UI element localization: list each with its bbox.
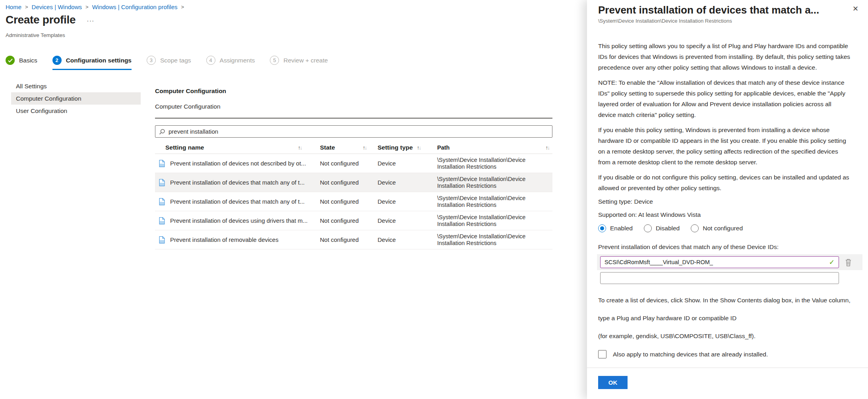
radio-label: Disabled — [656, 225, 680, 232]
breadcrumb-devices-windows-link[interactable]: Devices | Windows — [32, 4, 82, 10]
breadcrumb: Home > Devices | Windows > Windows | Con… — [6, 4, 184, 10]
column-label: Setting name — [165, 144, 204, 151]
step-complete-icon — [6, 56, 15, 65]
column-label: Path — [437, 144, 450, 151]
table-row-selected[interactable]: Prevent installation of devices that mat… — [155, 173, 552, 192]
radio-enabled[interactable]: Enabled — [598, 224, 633, 232]
step-scope-tags[interactable]: 3 Scope tags — [147, 56, 191, 70]
device-id-input-empty[interactable] — [604, 275, 835, 281]
radio-not-configured[interactable]: Not configured — [691, 224, 743, 232]
step-label: Configuration settings — [66, 57, 132, 64]
step-label: Assignments — [220, 57, 255, 64]
radio-disabled[interactable]: Disabled — [644, 224, 680, 232]
column-header-path[interactable]: Path ↑↓ — [437, 144, 552, 151]
column-header-setting-name[interactable]: Setting name ↑↓ — [155, 144, 320, 151]
setting-type: Device — [378, 198, 437, 205]
setting-name: Prevent installation of devices using dr… — [170, 217, 308, 224]
policy-state-radio-group: Enabled Disabled Not configured — [598, 224, 851, 232]
table-header-row: Setting name ↑↓ State ↑↓ Setting type ↑↓… — [155, 142, 552, 154]
radio-label: Enabled — [610, 225, 633, 232]
search-input[interactable] — [169, 128, 548, 135]
also-apply-checkbox[interactable] — [598, 350, 606, 358]
setting-name: Prevent installation of devices that mat… — [170, 179, 305, 186]
table-row[interactable]: Prevent installation of devices not desc… — [155, 154, 552, 173]
breadcrumb-separator: > — [181, 4, 184, 10]
setting-doc-icon — [159, 236, 165, 243]
setting-state: Not configured — [320, 217, 378, 224]
policy-paragraph: This policy setting allows you to specif… — [598, 41, 851, 73]
section-title: Computer Configuration — [155, 88, 552, 95]
step-label: Scope tags — [160, 57, 191, 64]
supported-on-line: Supported on: At least Windows Vista — [598, 211, 851, 218]
setting-type: Device — [378, 160, 437, 167]
help-text: type a Plug and Play hardware ID or comp… — [598, 315, 851, 322]
panel-path-subtitle: \System\Device Installation\Device Insta… — [598, 18, 851, 24]
sort-icon[interactable]: ↑↓ — [417, 145, 421, 151]
device-id-entry-row — [597, 270, 862, 286]
section-subtitle: Computer Configuration — [155, 103, 552, 110]
settings-table: Setting name ↑↓ State ↑↓ Setting type ↑↓… — [155, 142, 552, 249]
search-icon — [159, 128, 165, 135]
step-label: Basics — [19, 57, 37, 64]
sort-icon[interactable]: ↑↓ — [298, 145, 302, 151]
device-ids-list-label: Prevent installation of devices that mat… — [598, 243, 851, 251]
settings-search-box[interactable] — [155, 125, 552, 138]
table-row[interactable]: Prevent installation of devices that mat… — [155, 192, 552, 211]
column-label: Setting type — [378, 144, 413, 151]
step-configuration-settings[interactable]: 2 Configuration settings — [52, 56, 132, 70]
step-basics[interactable]: Basics — [6, 56, 37, 70]
setting-type: Device — [378, 217, 437, 224]
section-divider — [155, 118, 552, 119]
setting-type: Device — [378, 179, 437, 186]
setting-type-line: Setting type: Device — [598, 198, 851, 205]
breadcrumb-configuration-profiles-link[interactable]: Windows | Configuration profiles — [92, 4, 178, 10]
setting-type: Device — [378, 236, 437, 243]
policy-paragraph: If you disable or do not configure this … — [598, 172, 851, 193]
delete-entry-button[interactable] — [845, 258, 852, 267]
step-number-badge: 4 — [206, 56, 215, 65]
policy-description: This policy setting allows you to specif… — [598, 41, 851, 193]
radio-label: Not configured — [703, 225, 743, 232]
step-number-badge: 2 — [52, 56, 62, 65]
policy-paragraph: If you enable this policy setting, Windo… — [598, 125, 851, 167]
sort-icon[interactable]: ↑↓ — [546, 144, 550, 151]
policy-paragraph: NOTE: To enable the "Allow installation … — [598, 77, 851, 120]
page-subtitle: Administrative Templates — [6, 32, 65, 38]
intune-create-profile-page: Home > Devices | Windows > Windows | Con… — [0, 0, 868, 399]
table-row[interactable]: Prevent installation of removable device… — [155, 230, 552, 249]
page-title: Create profile — [6, 14, 76, 26]
close-icon[interactable]: ✕ — [852, 5, 858, 12]
panel-footer-divider — [587, 368, 868, 368]
ok-button[interactable]: OK — [598, 376, 628, 389]
more-menu-button[interactable]: ··· — [87, 15, 94, 25]
column-header-setting-type[interactable]: Setting type ↑↓ — [378, 144, 437, 151]
checkbox-label: Also apply to matching devices that are … — [613, 351, 768, 358]
setting-path: \System\Device Installation\Device Insta… — [437, 195, 545, 208]
setting-name: Prevent installation of removable device… — [170, 236, 279, 243]
column-header-state[interactable]: State ↑↓ — [320, 144, 378, 151]
device-id-input[interactable] — [604, 259, 827, 265]
table-row[interactable]: Prevent installation of devices using dr… — [155, 211, 552, 230]
setting-state: Not configured — [320, 160, 378, 167]
sidebar-item-all-settings[interactable]: All Settings — [11, 80, 141, 92]
setting-path: \System\Device Installation\Device Insta… — [437, 157, 545, 170]
step-review-create[interactable]: 5 Review + create — [270, 56, 328, 70]
step-label: Review + create — [283, 57, 328, 64]
step-assignments[interactable]: 4 Assignments — [206, 56, 255, 70]
radio-selected-icon — [598, 224, 606, 232]
setting-doc-icon — [159, 160, 165, 167]
setting-state: Not configured — [320, 236, 378, 243]
breadcrumb-separator: > — [25, 4, 28, 10]
sidebar-item-user-configuration[interactable]: User Configuration — [11, 105, 141, 117]
sidebar-item-computer-configuration[interactable]: Computer Configuration — [11, 92, 141, 105]
setting-path: \System\Device Installation\Device Insta… — [437, 214, 545, 228]
also-apply-checkbox-row: Also apply to matching devices that are … — [598, 350, 851, 358]
settings-content: Computer Configuration Computer Configur… — [155, 84, 552, 249]
setting-path: \System\Device Installation\Device Insta… — [437, 233, 545, 247]
breadcrumb-home-link[interactable]: Home — [6, 4, 21, 10]
setting-state: Not configured — [320, 179, 378, 186]
setting-name: Prevent installation of devices that mat… — [170, 198, 305, 205]
valid-check-icon: ✓ — [829, 258, 835, 267]
setting-path: \System\Device Installation\Device Insta… — [437, 176, 545, 189]
sort-icon[interactable]: ↑↓ — [363, 145, 367, 151]
